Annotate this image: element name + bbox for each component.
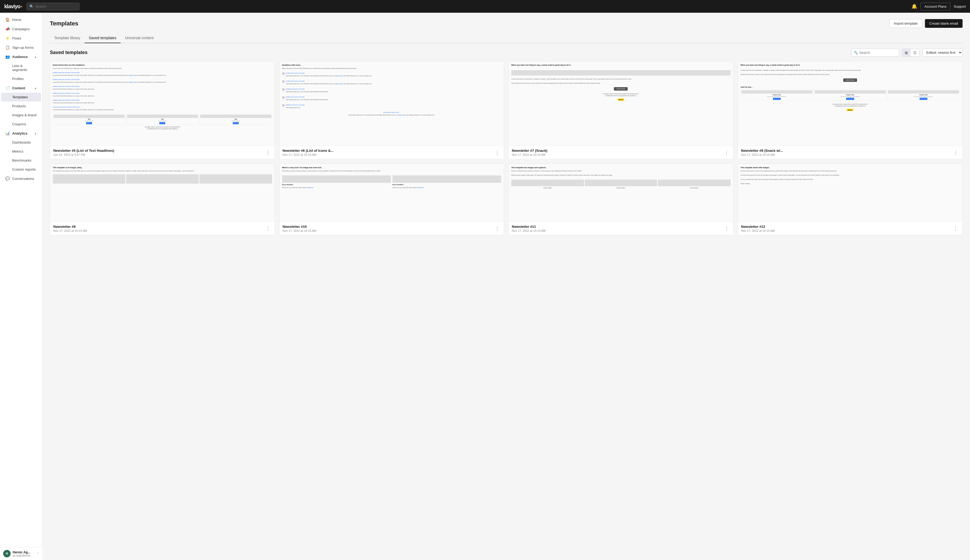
sidebar-item-conversations[interactable]: 💬 Conversations bbox=[1, 174, 41, 183]
sidebar-label-products: Products bbox=[12, 104, 26, 108]
page-title: Templates bbox=[50, 20, 78, 27]
template-menu-button-6[interactable]: ⋮ bbox=[494, 226, 501, 231]
tab-saved-templates[interactable]: Saved templates bbox=[85, 33, 120, 43]
template-card-7[interactable]: This template has images and captions. P… bbox=[508, 163, 734, 235]
sort-select[interactable]: Edited: newest first Edited: oldest firs… bbox=[922, 48, 963, 57]
bell-icon[interactable]: 🔔 bbox=[911, 3, 917, 9]
template-card-5[interactable]: This template is all images, baby. Even … bbox=[50, 163, 275, 235]
template-menu-button-3[interactable]: ⋮ bbox=[723, 150, 730, 155]
template-name-4: Newsletter #8 (Snack w/... bbox=[741, 148, 783, 153]
global-search[interactable]: 🔍 bbox=[27, 3, 80, 10]
page-actions: Import template Create blank email bbox=[889, 19, 963, 28]
template-preview-8: This template starts with images. Everyo… bbox=[738, 164, 963, 222]
campaigns-icon: 📣 bbox=[5, 27, 10, 31]
account-info: Heroic Ag... gc.lai@aftershi... bbox=[13, 550, 35, 557]
sidebar-item-content[interactable]: 📄 Content ▲ bbox=[1, 83, 41, 92]
sidebar-item-audience[interactable]: 👥 Audience ▲ bbox=[1, 52, 41, 61]
account-switcher[interactable]: H Heroic Ag... gc.lai@aftershi... ⌃ bbox=[0, 547, 42, 560]
template-card-1[interactable]: Extra! Extra! Here are the headlines! If… bbox=[50, 61, 275, 159]
flows-icon: ⚡ bbox=[5, 36, 10, 40]
sidebar-label-metrics: Metrics bbox=[12, 149, 23, 153]
sidebar-item-images-brand[interactable]: Images & brand bbox=[1, 111, 41, 120]
audience-icon: 👥 bbox=[5, 55, 10, 59]
global-search-input[interactable] bbox=[35, 5, 77, 8]
template-info-8: Newsletter #12 Nov 17, 2022 at 10:15 AM … bbox=[738, 222, 963, 235]
template-menu-button-4[interactable]: ⋮ bbox=[952, 150, 959, 155]
sidebar: 🏠 Home 📣 Campaigns ⚡ Flows 📋 Sign-up for… bbox=[0, 13, 42, 560]
template-card-6[interactable]: What's a story box? An image and some te… bbox=[279, 163, 504, 235]
template-card-3[interactable]: When you have one thing to say, a snack … bbox=[508, 61, 734, 159]
sidebar-label-content: Content bbox=[12, 86, 25, 90]
view-toggle: ⊞ ☰ bbox=[902, 49, 920, 57]
template-card-4[interactable]: When you have one thing to say, a snack … bbox=[738, 61, 963, 159]
sidebar-item-products[interactable]: Products bbox=[1, 102, 41, 110]
sidebar-label-signup-forms: Sign-up forms bbox=[12, 45, 33, 50]
template-info-6: Newsletter #10 Nov 17, 2022 at 10:15 AM … bbox=[279, 222, 504, 235]
list-view-button[interactable]: ☰ bbox=[911, 49, 919, 57]
template-preview-4: When you have one thing to say, a snack … bbox=[738, 61, 963, 146]
tab-universal-content[interactable]: Universal content bbox=[120, 33, 158, 43]
template-preview-7: This template has images and captions. P… bbox=[508, 164, 733, 222]
sidebar-label-coupons: Coupons bbox=[12, 122, 26, 126]
template-date-1: Jun 16, 2023 at 4:47 PM bbox=[53, 153, 114, 156]
template-menu-button-5[interactable]: ⋮ bbox=[265, 226, 271, 231]
logo[interactable]: klaviyo● bbox=[4, 3, 22, 10]
sidebar-item-profiles[interactable]: Profiles bbox=[1, 75, 41, 83]
template-info-1: Newsletter #5 (List of Text Headlines) J… bbox=[50, 146, 275, 159]
template-date-4: Nov 17, 2022 at 10:15 AM bbox=[741, 153, 783, 156]
template-info-4: Newsletter #8 (Snack w/... Nov 17, 2022 … bbox=[738, 146, 963, 159]
template-menu-button-7[interactable]: ⋮ bbox=[723, 226, 730, 231]
sidebar-label-lists-segments: Lists & segments bbox=[12, 64, 37, 72]
template-search-wrap: 🔍 bbox=[851, 48, 899, 57]
analytics-chevron-icon: ▲ bbox=[34, 132, 37, 135]
template-info-2: Newsletter #6 (List of Icons &... Nov 17… bbox=[279, 146, 504, 159]
account-name: Heroic Ag... bbox=[13, 550, 35, 554]
sidebar-item-coupons[interactable]: Coupons bbox=[1, 120, 41, 128]
sidebar-item-home[interactable]: 🏠 Home bbox=[1, 15, 41, 24]
sidebar-label-flows: Flows bbox=[12, 36, 21, 40]
sidebar-item-custom-reports[interactable]: Custom reports bbox=[1, 165, 41, 174]
sidebar-item-benchmarks[interactable]: Benchmarks bbox=[1, 156, 41, 165]
avatar: H bbox=[3, 550, 11, 557]
sidebar-label-conversations: Conversations bbox=[12, 177, 34, 181]
template-preview-1: Extra! Extra! Here are the headlines! If… bbox=[50, 61, 275, 146]
sidebar-item-lists-segments[interactable]: Lists & segments bbox=[1, 62, 41, 74]
template-name-6: Newsletter #10 bbox=[283, 225, 316, 228]
sidebar-item-campaigns[interactable]: 📣 Campaigns bbox=[1, 24, 41, 33]
sidebar-item-templates[interactable]: Templates bbox=[1, 93, 41, 102]
layout: 🏠 Home 📣 Campaigns ⚡ Flows 📋 Sign-up for… bbox=[0, 13, 970, 560]
content-chevron-icon: ▲ bbox=[34, 87, 37, 90]
sidebar-item-flows[interactable]: ⚡ Flows bbox=[1, 33, 41, 43]
support-button[interactable]: Support bbox=[953, 5, 966, 8]
template-date-8: Nov 17, 2022 at 10:15 AM bbox=[741, 229, 775, 232]
sidebar-item-analytics[interactable]: 📊 Analytics ▲ bbox=[1, 129, 41, 138]
topnav: klaviyo● 🔍 🔔 Account Plans Support bbox=[0, 0, 970, 13]
create-blank-email-button[interactable]: Create blank email bbox=[925, 19, 963, 28]
template-menu-button-8[interactable]: ⋮ bbox=[952, 226, 959, 231]
template-search-input[interactable] bbox=[851, 48, 899, 57]
template-name-5: Newsletter #9 bbox=[53, 225, 87, 228]
template-menu-button-1[interactable]: ⋮ bbox=[265, 150, 271, 155]
account-plans-button[interactable]: Account Plans bbox=[920, 3, 950, 10]
template-card-8[interactable]: This template starts with images. Everyo… bbox=[738, 163, 963, 235]
template-preview-3: When you have one thing to say, a snack … bbox=[508, 61, 733, 146]
sidebar-item-metrics[interactable]: Metrics bbox=[1, 147, 41, 156]
template-date-3: Nov 17, 2022 at 10:15 AM bbox=[512, 153, 547, 156]
template-card-2[interactable]: Headlines with icons. Want to dress up a… bbox=[279, 61, 504, 159]
signup-forms-icon: 📋 bbox=[5, 45, 10, 50]
conversations-icon: 💬 bbox=[5, 177, 10, 181]
grid-view-button[interactable]: ⊞ bbox=[902, 49, 911, 57]
template-date-6: Nov 17, 2022 at 10:15 AM bbox=[283, 229, 316, 232]
sidebar-item-dashboards[interactable]: Dashboards bbox=[1, 138, 41, 147]
sidebar-label-analytics: Analytics bbox=[12, 132, 28, 135]
toolbar-right: 🔍 ⊞ ☰ Edited: newest first Edited: oldes… bbox=[851, 48, 963, 57]
template-info-3: Newsletter #7 (Snack) Nov 17, 2022 at 10… bbox=[508, 146, 733, 159]
template-preview-6: What's a story box? An image and some te… bbox=[279, 164, 504, 222]
account-chevron-icon: ⌃ bbox=[37, 552, 39, 555]
tab-template-library[interactable]: Template library bbox=[50, 33, 85, 43]
analytics-icon: 📊 bbox=[5, 131, 10, 135]
sidebar-item-signup-forms[interactable]: 📋 Sign-up forms bbox=[1, 43, 41, 52]
section-title: Saved templates bbox=[50, 50, 87, 55]
template-menu-button-2[interactable]: ⋮ bbox=[494, 150, 501, 155]
import-template-button[interactable]: Import template bbox=[889, 19, 922, 28]
